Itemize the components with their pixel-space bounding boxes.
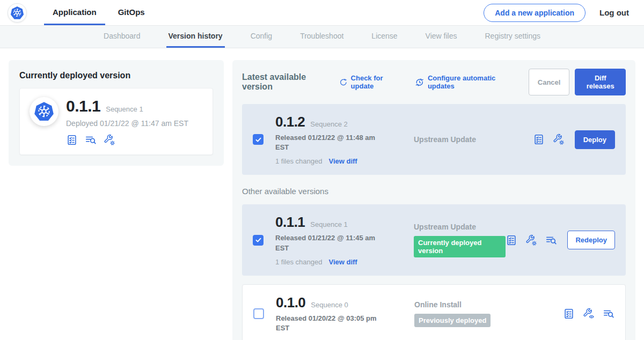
app-icon-badge — [30, 97, 58, 126]
version-number: 0.1.0 — [276, 294, 305, 311]
version-checkbox[interactable] — [253, 235, 264, 246]
logs-search-icon[interactable] — [85, 134, 97, 146]
topnav-right: Add a new application Log out — [484, 0, 644, 25]
add-new-application-button[interactable]: Add a new application — [484, 4, 586, 22]
deployed-version-card: 0.1.1 Sequence 1 Deployed 01/21/22 @ 11:… — [19, 88, 213, 155]
app-logo[interactable] — [0, 0, 34, 25]
tab-gitops[interactable]: GitOps — [109, 0, 153, 25]
previously-deployed-badge: Previously deployed — [414, 314, 491, 327]
cancel-button[interactable]: Cancel — [529, 69, 570, 95]
logs-search-icon[interactable] — [603, 308, 614, 320]
preflight-checklist-icon[interactable] — [563, 308, 575, 320]
header-buttons: Cancel Diff releases — [529, 69, 626, 95]
source-label: Online Install — [414, 300, 563, 309]
kubernetes-logo-circle — [8, 3, 27, 23]
version-history-panel: Latest available version Check for updat… — [232, 60, 635, 340]
version-number: 0.1.2 — [275, 114, 305, 130]
main-content: Currently deployed version 0.1.1 Sequenc… — [0, 48, 644, 340]
logout-button[interactable]: Log out — [599, 8, 629, 17]
source-label: Upstream Update — [414, 135, 533, 144]
files-changed-label: 1 files changed — [275, 157, 322, 165]
version-sequence: Sequence 2 — [310, 120, 347, 128]
version-card-0-1-1: 0.1.1 Sequence 1 Released 01/21/22 @ 11:… — [242, 204, 626, 275]
deployed-actions — [66, 134, 188, 146]
config-tools-icon[interactable] — [104, 134, 115, 146]
currently-deployed-panel: Currently deployed version 0.1.1 Sequenc… — [9, 60, 224, 166]
version-info: 0.1.0 Sequence 0 Released 01/20/22 @ 03:… — [276, 294, 390, 333]
check-icon — [254, 136, 262, 144]
version-actions: Deploy — [533, 130, 615, 149]
preflight-checklist-icon[interactable] — [66, 134, 78, 146]
version-card-0-1-0: 0.1.0 Sequence 0 Released 01/20/22 @ 03:… — [242, 284, 626, 340]
currently-deployed-badge: Currently deployed version — [414, 236, 506, 257]
version-source: Upstream Update — [389, 135, 533, 144]
tab-troubleshoot[interactable]: Troubleshoot — [298, 26, 346, 48]
version-source: Online Install Previously deployed — [390, 300, 563, 327]
tab-view-files[interactable]: View files — [423, 26, 459, 48]
version-checkbox[interactable] — [253, 134, 264, 145]
files-changed-label: 1 files changed — [275, 258, 322, 266]
configure-automatic-updates-link[interactable]: Configure automatic updates — [415, 74, 516, 90]
currently-deployed-heading: Currently deployed version — [19, 71, 213, 80]
latest-version-heading: Latest available version — [242, 72, 332, 92]
view-diff-link[interactable]: View diff — [328, 258, 357, 266]
tab-version-history[interactable]: Version history — [166, 26, 225, 48]
tab-dashboard[interactable]: Dashboard — [101, 26, 143, 48]
source-label: Upstream Update — [414, 223, 506, 231]
version-sequence: Sequence 1 — [310, 220, 347, 228]
check-for-update-label: Check for update — [351, 74, 404, 90]
version-number: 0.1.1 — [275, 214, 305, 231]
tab-config[interactable]: Config — [248, 26, 274, 48]
refresh-icon — [339, 78, 348, 87]
version-card-0-1-2: 0.1.2 Sequence 2 Released 01/21/22 @ 11:… — [242, 104, 626, 175]
kubernetes-icon — [9, 5, 25, 21]
version-source: Upstream Update Currently deployed versi… — [389, 223, 506, 257]
kubernetes-icon — [32, 100, 56, 123]
version-info: 0.1.2 Sequence 2 Released 01/21/22 @ 11:… — [275, 114, 389, 165]
tab-application[interactable]: Application — [44, 0, 105, 25]
released-timestamp: Released 01/20/22 @ 03:05 pm EST — [276, 314, 390, 333]
preflight-checklist-icon[interactable] — [506, 234, 517, 246]
latest-version-header: Latest available version Check for updat… — [242, 69, 626, 95]
config-tools-icon[interactable] — [525, 234, 537, 246]
clock-refresh-icon — [415, 77, 425, 87]
version-checkbox[interactable] — [253, 308, 264, 319]
check-for-update-link[interactable]: Check for update — [339, 74, 403, 90]
top-nav: Application GitOps Add a new application… — [0, 0, 644, 26]
deploy-button[interactable]: Deploy — [575, 130, 615, 149]
config-view-icon[interactable] — [583, 308, 595, 320]
deployed-version-number: 0.1.1 — [66, 97, 100, 115]
released-timestamp: Released 01/21/22 @ 11:48 am EST — [275, 133, 389, 152]
diff-releases-button[interactable]: Diff releases — [575, 69, 626, 95]
logs-search-icon[interactable] — [545, 234, 557, 246]
released-timestamp: Released 01/21/22 @ 11:45 am EST — [275, 233, 389, 253]
version-sequence: Sequence 0 — [311, 301, 348, 309]
deployed-timestamp: Deployed 01/21/22 @ 11:47 am EST — [66, 119, 188, 128]
config-tools-icon[interactable] — [553, 134, 565, 145]
redeploy-button[interactable]: Redeploy — [567, 231, 615, 249]
view-diff-link[interactable]: View diff — [328, 157, 357, 165]
other-versions-heading: Other available versions — [242, 187, 626, 196]
version-info: 0.1.1 Sequence 1 Released 01/21/22 @ 11:… — [275, 214, 389, 265]
check-icon — [254, 236, 262, 244]
version-actions: Redeploy — [506, 231, 615, 249]
deployed-sequence: Sequence 1 — [106, 105, 143, 113]
app-sub-nav: Dashboard Version history Config Trouble… — [0, 26, 644, 48]
tab-license[interactable]: License — [369, 26, 399, 48]
deployed-version-info: 0.1.1 Sequence 1 Deployed 01/21/22 @ 11:… — [66, 97, 188, 146]
preflight-checklist-icon[interactable] — [533, 134, 545, 145]
topnav-tabs: Application GitOps — [44, 0, 153, 25]
version-actions — [563, 308, 614, 320]
configure-updates-label: Configure automatic updates — [428, 74, 517, 90]
tab-registry-settings[interactable]: Registry settings — [483, 26, 543, 48]
